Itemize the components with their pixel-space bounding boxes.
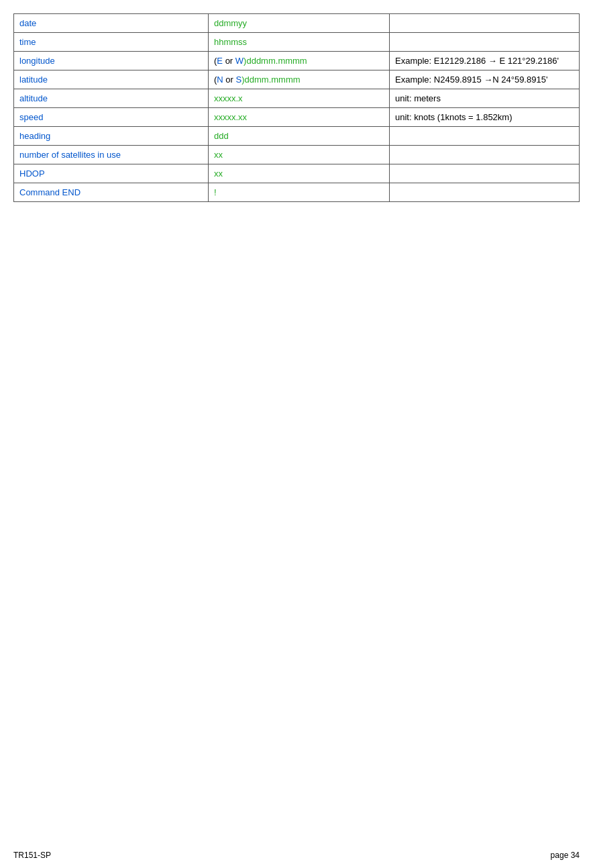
format-cell: ! [209,183,390,202]
table-row: HDOPxx [14,164,580,183]
format-label: xxxxx.xx [214,112,247,122]
field-label: date [19,18,36,28]
footer: TR151-SP page 34 [13,851,580,860]
notes-cell [390,14,580,33]
field-label: HDOP [19,168,45,179]
format-part: S [236,75,242,85]
notes-cell: Example: N2459.8915 →N 24°59.8915' [390,70,580,89]
data-table: dateddmmyytimehhmmsslongitude(E or W)ddd… [13,13,580,202]
table-row: longitude(E or W)dddmm.mmmmExample: E121… [14,52,580,70]
format-cell: hhmmss [209,33,390,52]
format-mixed: (N or S)ddmm.mmmm [214,75,301,85]
format-cell: xx [209,164,390,183]
format-cell: ddmmyy [209,14,390,33]
table-row: timehhmmss [14,33,580,52]
field-cell: longitude [14,52,209,70]
footer-right: page 34 [551,851,580,860]
field-cell: heading [14,127,209,146]
format-label: xx [214,150,223,160]
field-label: heading [19,131,50,141]
field-cell: speed [14,108,209,127]
field-cell: date [14,14,209,33]
field-cell: Command END [14,183,209,202]
field-label: speed [19,112,43,122]
field-label: time [19,37,36,47]
notes-cell: unit: knots (1knots = 1.852km) [390,108,580,127]
footer-left: TR151-SP [13,851,51,860]
field-cell: altitude [14,89,209,108]
table-row: latitude(N or S)ddmm.mmmmExample: N2459.… [14,70,580,89]
table-row: number of satellites in usexx [14,146,580,164]
format-part: )dddmm.mmmm [244,56,307,66]
format-label: ! [214,187,217,197]
format-label: xxxxx.x [214,93,243,103]
format-part: )ddmm.mmmm [241,75,300,85]
field-cell: HDOP [14,164,209,183]
format-cell: (E or W)dddmm.mmmm [209,52,390,70]
field-cell: latitude [14,70,209,89]
format-part: E [217,56,223,66]
format-part: W [235,56,244,66]
format-cell: xx [209,146,390,164]
notes-cell [390,33,580,52]
table-row: altitudexxxxx.xunit: meters [14,89,580,108]
table-row: speedxxxxx.xxunit: knots (1knots = 1.852… [14,108,580,127]
field-label: number of satellites in use [19,150,121,160]
field-cell: time [14,33,209,52]
field-label: latitude [19,75,48,85]
format-part: N [217,75,223,85]
format-cell: (N or S)ddmm.mmmm [209,70,390,89]
field-label: altitude [19,93,48,103]
notes-cell [390,127,580,146]
notes-cell [390,164,580,183]
format-mixed: (E or W)dddmm.mmmm [214,56,307,66]
field-cell: number of satellites in use [14,146,209,164]
format-cell: xxxxx.xx [209,108,390,127]
format-label: xx [214,168,223,179]
notes-cell: unit: meters [390,89,580,108]
format-cell: xxxxx.x [209,89,390,108]
format-label: ddmmyy [214,18,247,28]
format-label: hhmmss [214,37,247,47]
page-wrapper: dateddmmyytimehhmmsslongitude(E or W)ddd… [0,0,593,229]
table-row: Command END! [14,183,580,202]
notes-cell [390,183,580,202]
field-label: Command END [19,187,80,197]
notes-cell [390,146,580,164]
format-label: ddd [214,131,229,141]
table-row: dateddmmyy [14,14,580,33]
notes-cell: Example: E12129.2186 → E 121°29.2186' [390,52,580,70]
format-part: or [223,56,235,66]
format-cell: ddd [209,127,390,146]
field-label: longitude [19,56,55,66]
format-part: or [223,75,236,85]
table-row: headingddd [14,127,580,146]
